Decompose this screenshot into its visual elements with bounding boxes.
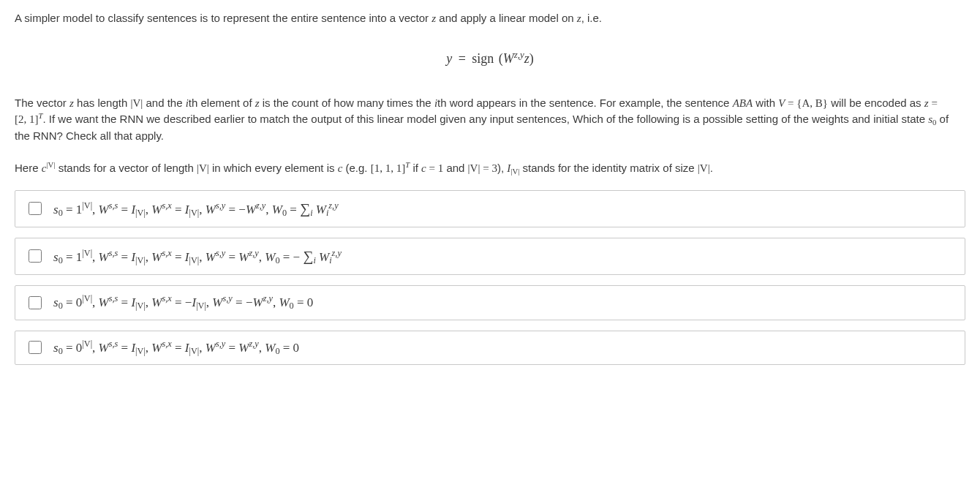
text: with: [753, 97, 778, 109]
option-1-label: s0 = 1|V|, Ws,s = I|V|, Ws,x = I|V|, Ws,…: [53, 198, 339, 219]
option-3-checkbox[interactable]: [29, 296, 42, 309]
text: will be encoded as: [828, 97, 924, 109]
option-4[interactable]: s0 = 0|V|, Ws,s = I|V|, Ws,x = I|V|, Ws,…: [15, 331, 965, 366]
intro-paragraph-1: A simpler model to classify sentences is…: [15, 10, 965, 27]
text: , i.e.: [581, 12, 602, 24]
text: th word appears in the sentence. For exa…: [437, 97, 733, 109]
var-ABA: ABA: [733, 97, 753, 109]
text: ),: [497, 162, 507, 174]
option-1-checkbox[interactable]: [29, 202, 42, 215]
set-AB: {A, B}: [796, 97, 828, 109]
text: th element of: [189, 97, 255, 109]
text: if: [410, 162, 421, 174]
text: has length: [74, 97, 131, 109]
three: 3: [491, 162, 497, 174]
option-4-label: s0 = 0|V|, Ws,s = I|V|, Ws,x = I|V|, Ws,…: [53, 339, 299, 358]
options-container: s0 = 1|V|, Ws,s = I|V|, Ws,x = I|V|, Ws,…: [15, 190, 965, 366]
sup-absV: |V|: [46, 160, 55, 169]
text: (e.g.: [342, 162, 370, 174]
text: is the count of how many times the: [260, 97, 434, 109]
eq-lparen: (: [497, 51, 503, 66]
text: and: [443, 162, 467, 174]
vec-21: [2, 1]: [15, 113, 39, 125]
eq-rparen: ): [529, 51, 534, 66]
option-1[interactable]: s0 = 1|V|, Ws,s = I|V|, Ws,x = I|V|, Ws,…: [15, 190, 965, 227]
text: stands for a vector of length: [55, 162, 196, 174]
abs-V: |V|: [698, 162, 710, 174]
eq: =: [426, 162, 438, 174]
eq-y: y: [446, 51, 452, 66]
text: and the: [143, 97, 185, 109]
text: Here: [15, 162, 42, 174]
text: .: [710, 162, 713, 174]
eq-sup-zy: z,y: [514, 48, 524, 59]
eq-W: W: [503, 51, 514, 66]
eq-sign: sign: [472, 51, 494, 66]
option-2-checkbox[interactable]: [29, 249, 42, 263]
display-equation: y = sign (Wz,yz): [15, 49, 965, 69]
paragraph-2: The vector z has length |V| and the ith …: [15, 95, 965, 145]
abs-V: |V|: [130, 97, 143, 109]
text: stands for the identity matrix of size: [519, 162, 697, 174]
paragraph-3: Here c|V| stands for a vector of length …: [15, 160, 965, 177]
abs-V: |V|: [468, 162, 480, 174]
text: A simpler model to classify sentences is…: [15, 12, 431, 24]
vec-111: [1, 1, 1]: [371, 162, 406, 174]
eq-z: z: [524, 51, 529, 66]
abs-V: |V|: [197, 162, 209, 174]
eq: =: [785, 97, 796, 109]
text: The vector: [15, 97, 69, 109]
option-3-label: s0 = 0|V|, Ws,s = I|V|, Ws,x = −I|V|, Ws…: [53, 293, 313, 312]
sub-absV: |V|: [510, 167, 519, 176]
option-4-checkbox[interactable]: [29, 341, 42, 354]
eq: =: [929, 97, 938, 109]
eq-equals: =: [456, 51, 469, 66]
var-c: c: [421, 162, 426, 174]
option-2[interactable]: s0 = 1|V|, Ws,s = I|V|, Ws,x = I|V|, Ws,…: [15, 238, 965, 275]
text: . If we want the RNN we described earlie…: [43, 113, 929, 125]
text: and apply a linear model on: [436, 12, 577, 24]
option-3[interactable]: s0 = 0|V|, Ws,s = I|V|, Ws,x = −I|V|, Ws…: [15, 285, 965, 320]
eq: =: [480, 162, 491, 174]
var-V: V: [778, 97, 785, 109]
text: in which every element is: [209, 162, 338, 174]
option-2-label: s0 = 1|V|, Ws,s = I|V|, Ws,x = I|V|, Ws,…: [53, 246, 342, 267]
